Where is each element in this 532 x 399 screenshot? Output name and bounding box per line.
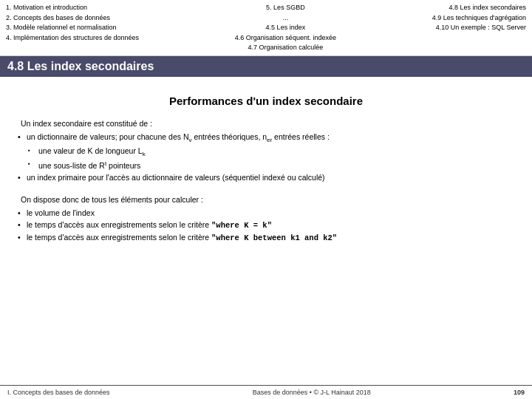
bullet-item-1: un dictionnaire de valeurs; pour chacune…: [15, 132, 517, 143]
page-title: Performances d'un index secondaire: [15, 95, 517, 107]
bottom-bar: I. Concepts des bases de données Bases d…: [0, 385, 532, 399]
bullet-sub-2: une sous-liste de Rt pointeurs: [15, 160, 517, 170]
bullet2-item-3: le temps d'accès aux enregistrements sel…: [15, 233, 517, 242]
section-header: 4.8 Les index secondaires: [0, 56, 532, 77]
bullet-item-2: un index primaire pour l'accès au dictio…: [15, 173, 517, 182]
bullet-text-1a: un dictionnaire de valeurs; pour chacune…: [27, 132, 330, 141]
center-item-2: 4.5 Les index: [266, 23, 306, 33]
bullet2-text-3a: le temps d'accès aux enregistrements sel…: [27, 233, 211, 242]
sub-bullet-text-1: une valeur de K de longueur Lk: [38, 146, 146, 155]
code-inline-2: "where K between k1 and k2": [211, 233, 337, 242]
section2-intro: On dispose donc de tous les éléments pou…: [15, 195, 517, 204]
code-inline-1: "where K = k": [211, 221, 272, 230]
top-bar-right: 4.8 Les index secondaires 4.9 Les techni…: [432, 3, 526, 52]
center-item-3: 4.6 Organisation séquent. indexée: [235, 33, 336, 43]
subscript-v: v: [188, 137, 191, 143]
right-item-1: 4.8 Les index secondaires: [449, 3, 526, 13]
subscript-k: k: [143, 151, 146, 157]
bottom-page-number: 109: [514, 389, 525, 396]
sub-bullet-text-2: une sous-liste de Rt pointeurs: [38, 161, 140, 170]
superscript-prime: t: [105, 160, 106, 166]
subscript-er: er: [267, 137, 272, 143]
intro-text: Un index secondaire est constitué de :: [15, 119, 517, 128]
nav-item-1: 1. Motivation et introduction: [6, 3, 139, 13]
nav-item-4: 4. Implémentation des structures de donn…: [6, 33, 139, 43]
bullet-sub-1: une valeur de K de longueur Lk: [15, 146, 517, 157]
center-chapter-label: 5. Les SGBD: [266, 3, 305, 13]
right-item-3: 4.10 Un exemple : SQL Server: [436, 23, 526, 33]
bullet-text-2: un index primaire pour l'accès au dictio…: [27, 173, 325, 182]
section-title: 4.8 Les index secondaires: [7, 60, 154, 72]
top-bar-center: 5. Les SGBD ... 4.5 Les index 4.6 Organi…: [235, 3, 336, 52]
bullet2-item-1: le volume de l'index: [15, 208, 517, 217]
right-item-2: 4.9 Les techniques d'agrégation: [432, 13, 526, 23]
bottom-left: I. Concepts des bases de données: [7, 389, 110, 396]
center-item-1: ...: [283, 13, 289, 23]
center-item-4: 4.7 Organisation calculée: [248, 43, 324, 52]
bottom-center: Bases de données • © J-L Hainaut 2018: [253, 389, 371, 396]
nav-item-3: 3. Modèle relationnel et normalisation: [6, 23, 139, 33]
bullet2-text-2a: le temps d'accès aux enregistrements sel…: [27, 220, 211, 229]
bullet2-text-1: le volume de l'index: [27, 208, 95, 217]
top-navigation-bar: 1. Motivation et introduction 2. Concept…: [0, 0, 532, 56]
main-content: Performances d'un index secondaire Un in…: [0, 80, 532, 251]
top-bar-left: 1. Motivation et introduction 2. Concept…: [6, 3, 139, 52]
nav-item-2: 2. Concepts des bases de données: [6, 13, 139, 23]
bullet2-item-2: le temps d'accès aux enregistrements sel…: [15, 220, 517, 230]
